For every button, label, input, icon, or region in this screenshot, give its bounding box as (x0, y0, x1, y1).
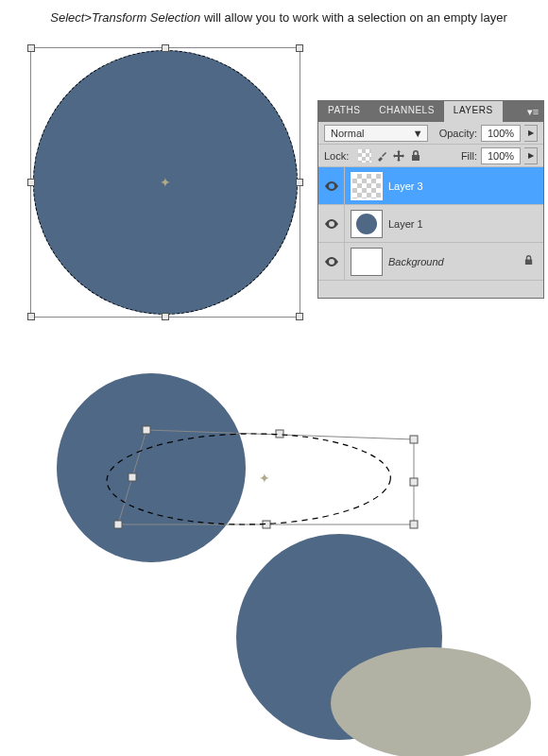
tab-channels[interactable]: CHANNELS (369, 101, 443, 122)
transform-handle-nw[interactable] (27, 44, 35, 52)
transform-center-icon[interactable]: ✦ (259, 471, 270, 486)
opacity-label: Opacity: (439, 128, 477, 139)
lock-icon (411, 150, 421, 162)
transform-handle-se[interactable] (296, 313, 303, 320)
visibility-toggle[interactable] (318, 205, 345, 242)
transform-bounding-box[interactable]: ✦ (30, 47, 300, 318)
lock-pixels-button[interactable] (373, 148, 390, 163)
stage-result-demo (236, 534, 539, 751)
caption-menu-path: Select>Transform Selection (50, 10, 200, 25)
chevron-down-icon: ▼ (413, 128, 423, 139)
checker-icon (358, 149, 371, 163)
panel-bottom-spacer (318, 281, 543, 298)
transform-handle-e[interactable] (296, 179, 303, 186)
svg-rect-0 (114, 521, 122, 528)
blend-opacity-row: Normal ▼ Opacity: 100% ▶ (318, 122, 543, 145)
transform-handle-w[interactable] (27, 179, 35, 186)
fill-label: Fill: (461, 150, 477, 162)
lock-label: Lock: (324, 150, 349, 162)
opacity-flyout-icon[interactable]: ▶ (524, 125, 538, 142)
svg-rect-2 (410, 436, 418, 443)
layer-item-layer3[interactable]: Layer 3 (318, 167, 543, 205)
layer-thumbnail[interactable] (351, 210, 383, 238)
thumb-circle-icon (356, 214, 377, 234)
caption-text: Select>Transform Selection will allow yo… (38, 9, 520, 26)
lock-position-button[interactable] (390, 148, 407, 163)
lock-button-group (356, 148, 424, 163)
layer-thumbnail[interactable] (351, 248, 383, 276)
svg-rect-1 (143, 426, 150, 434)
fill-input[interactable]: 100% (481, 147, 521, 164)
visibility-toggle[interactable] (318, 167, 345, 204)
panel-tab-row: PATHS CHANNELS LAYERS ▾≡ (318, 101, 543, 122)
layer-name-label[interactable]: Layer 3 (388, 180, 543, 192)
caption-rest: will allow you to work with a selection … (200, 10, 506, 25)
eye-icon (325, 181, 338, 191)
transform-handle-s[interactable] (162, 313, 169, 320)
fill-flyout-icon[interactable]: ▶ (524, 147, 538, 164)
transform-handle-n[interactable] (162, 44, 169, 52)
tab-layers[interactable]: LAYERS (444, 101, 503, 122)
transform-handle-sw[interactable] (27, 313, 35, 320)
grey-ellipse-fill (331, 647, 531, 756)
layers-panel: PATHS CHANNELS LAYERS ▾≡ Normal ▼ Opacit… (317, 100, 544, 299)
layer-item-layer1[interactable]: Layer 1 (318, 205, 543, 243)
lock-fill-row: Lock: Fill: 100% ▶ (318, 145, 543, 167)
layer-item-background[interactable]: Background (318, 243, 543, 281)
transform-handle-ne[interactable] (296, 44, 303, 52)
lock-all-button[interactable] (407, 148, 424, 163)
blend-mode-value: Normal (331, 128, 364, 139)
canvas-transform-selection[interactable]: ✦ (30, 47, 300, 318)
layer-name-label[interactable]: Background (388, 256, 524, 267)
layer-thumbnail[interactable] (351, 172, 383, 200)
eye-icon (325, 219, 338, 229)
layer-name-label[interactable]: Layer 1 (388, 218, 543, 230)
svg-rect-4 (128, 473, 136, 481)
svg-rect-6 (410, 478, 418, 486)
visibility-toggle[interactable] (318, 243, 345, 280)
transform-center-icon[interactable]: ✦ (159, 176, 172, 189)
eye-icon (325, 257, 338, 266)
tab-paths[interactable]: PATHS (318, 101, 369, 122)
lock-transparency-button[interactable] (356, 148, 373, 163)
dashed-ellipse-selection (102, 434, 395, 524)
layer-lock-icon (524, 255, 534, 267)
move-icon (393, 150, 404, 162)
svg-rect-5 (276, 430, 283, 438)
blend-mode-select[interactable]: Normal ▼ (324, 125, 428, 142)
svg-rect-3 (410, 521, 418, 528)
panel-menu-icon[interactable]: ▾≡ (522, 101, 543, 122)
opacity-input[interactable]: 100% (481, 125, 521, 142)
brush-icon (376, 150, 387, 162)
layer-list: Layer 3 Layer 1 Background (318, 167, 543, 281)
